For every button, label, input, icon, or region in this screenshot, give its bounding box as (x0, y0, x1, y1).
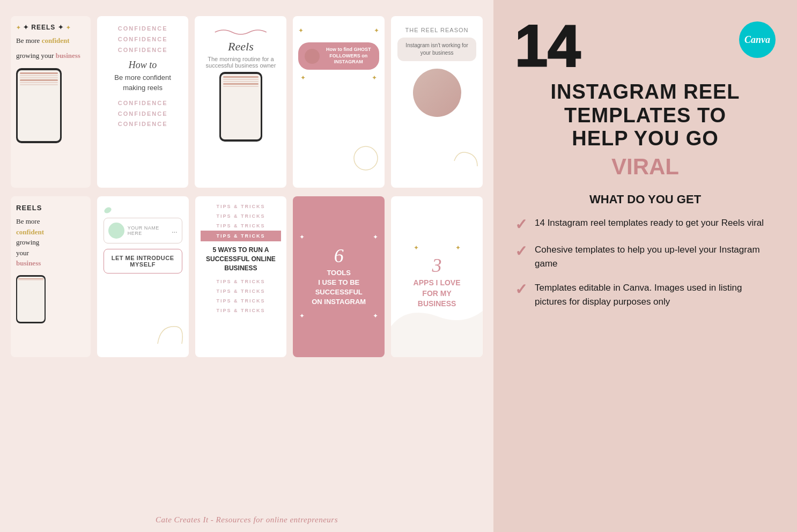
checkmark-1: ✓ (515, 217, 527, 232)
reels-text: ✦ REELS ✦ (23, 24, 64, 31)
sparkle-right: ✦ (66, 25, 71, 31)
introduce-logo-area: YOUR NAME HERE ... (104, 218, 182, 243)
phone-line-3 (20, 77, 58, 78)
what-do-you-get: WHAT DO YOU GET (589, 193, 701, 206)
morning-routine-text: The morning routine for a successful bus… (201, 56, 280, 69)
reels-script: Reels (228, 40, 254, 54)
sparkle-tools-4: ✦ (373, 312, 378, 320)
sparkle-bottom-left: ✦ (300, 74, 306, 82)
bubble-text: How to find GHOST FOLLOWERS on INSTAGRAM (324, 47, 373, 65)
footer-text: Cate Creates It - Resources for online e… (0, 515, 493, 524)
card-reels-business: REELS Be more confident growing your bus… (11, 196, 91, 357)
introduce-top-row (104, 205, 182, 215)
phone-screen-1 (18, 70, 60, 141)
phone-line-r2-5 (223, 86, 259, 87)
tips-bottom-4: TIPS & TRICKS (201, 306, 282, 315)
tips-bottom-1: TIPS & TRICKS (201, 277, 282, 286)
phone-line-4 (20, 79, 58, 81)
feature-item-1: ✓ 14 Instagram reel templates ready to g… (515, 216, 776, 232)
phone-line-r2-2 (223, 79, 259, 80)
card-reel-reason: THE REEL REASON Instagram isn't working … (391, 16, 483, 188)
phone-mockup-3 (16, 275, 46, 323)
circle-deco-card4 (352, 145, 379, 172)
confident-text-2: growing your business (16, 50, 85, 61)
speech-bubble: Instagram isn't working for your busines… (397, 38, 476, 61)
sparkle-bottom-right: ✦ (372, 74, 377, 82)
logo-circle (108, 223, 124, 239)
reel-reason-title: THE REEL REASON (405, 27, 469, 33)
tips-highlight: TIPS & TRICKS (201, 231, 282, 241)
phone-line-1 (20, 72, 58, 74)
confident-text-row2: Be more confident growing your business (16, 216, 85, 269)
tools-sparkles-top: ✦ ✦ (299, 233, 378, 241)
sparkle-tools-2: ✦ (373, 233, 378, 241)
apps-content: ✦ ✦ 3 APPS I LOVE FOR MY BUSINESS (414, 244, 461, 309)
phone-line-r2-3 (223, 81, 259, 82)
leaf-icon (104, 206, 112, 215)
canva-badge: Canva (739, 21, 776, 58)
big-number: 14 (515, 16, 580, 75)
phone-line-2 (20, 75, 58, 76)
confident-text-1: Be more confident (16, 35, 85, 46)
card-reels-morning: Reels The morning routine for a successf… (195, 16, 286, 188)
card-tips-tricks: TIPS & TRICKS TIPS & TRICKS TIPS & TRICK… (195, 196, 287, 357)
six-number: 6 (334, 245, 344, 267)
checkmark-3: ✓ (515, 282, 527, 297)
tools-card-text: TOOLS I USE TO BE SUCCESSFUL ON INSTAGRA… (312, 268, 366, 307)
card-ghost-followers: ✦ ✦ How to find GHOST FOLLOWERS on INSTA… (293, 16, 385, 188)
phone-line-r2-4 (223, 83, 259, 85)
confidence-bottom: CONFIDENCECONFIDENCECONFIDENCE (118, 98, 168, 130)
card-introduce: YOUR NAME HERE ... LET ME INTRODUCE MYSE… (97, 196, 189, 357)
tools-sparkles-bottom: ✦ ✦ (299, 312, 378, 320)
phone-line-5 (20, 82, 58, 83)
sparkle-tools-3: ✦ (299, 312, 305, 320)
dots-menu: ... (172, 226, 178, 235)
tips-bottom-2: TIPS & TRICKS (201, 286, 282, 296)
apps-sparkles-top: ✦ ✦ (414, 244, 461, 252)
feature-item-2: ✓ Cohesive templates to help you up-leve… (515, 243, 776, 270)
how-to-text: How to (129, 60, 157, 71)
sparkle-apps-1: ✦ (414, 244, 419, 252)
feature-text-2: Cohesive templates to help you up-level … (535, 243, 776, 270)
sparkle-apps-2: ✦ (455, 244, 461, 252)
tips-top-3: TIPS & TRICKS (201, 221, 282, 231)
phone-mockup-1 (16, 68, 62, 143)
apps-card-text: APPS I LOVE FOR MY BUSINESS (414, 278, 461, 309)
features-list: ✓ 14 Instagram reel templates ready to g… (515, 216, 776, 308)
canva-badge-text: Canva (744, 34, 770, 46)
sparkle-top-left: ✦ (298, 27, 304, 35)
wave-deco-1 (209, 28, 272, 36)
grid-row-2: REELS Be more confident growing your bus… (11, 196, 483, 357)
your-name-text: YOUR NAME HERE (128, 225, 168, 236)
viral-text: VIRAL (611, 154, 679, 180)
three-number: 3 (432, 254, 442, 277)
svg-point-1 (104, 206, 112, 215)
tips-top-1: TIPS & TRICKS (201, 202, 282, 211)
feature-text-1: 14 Instagram reel templates ready to get… (535, 216, 764, 230)
sparkle-top-right: ✦ (374, 27, 379, 35)
feature-text-3: Templates editable in Canva. Images used… (535, 281, 776, 308)
feature-item-3: ✓ Templates editable in Canva. Images us… (515, 281, 776, 308)
tips-top-2: TIPS & TRICKS (201, 211, 282, 221)
ways-run-business: 5 WAYS TO RUN A SUCCESSFUL ONLINE BUSINE… (201, 241, 282, 277)
circle-deco-card5 (452, 150, 478, 182)
sparkle-left: ✦ (16, 25, 21, 31)
main-title: INSTAGRAM REEL TEMPLATES TO HELP YOU GO (550, 80, 740, 151)
number-canva-row: 14 Canva (515, 16, 776, 75)
bubble-avatar (305, 49, 320, 64)
confidence-top: CONFIDENCECONFIDENCECONFIDENCE (118, 24, 168, 55)
phone-line-r2-1 (223, 76, 259, 78)
card-apps: ✦ ✦ 3 APPS I LOVE FOR MY BUSINESS (391, 196, 483, 357)
reels-label-2: REELS (16, 204, 85, 212)
pink-bubble: How to find GHOST FOLLOWERS on INSTAGRAM (298, 42, 379, 70)
checkmark-2: ✓ (515, 244, 527, 259)
person-placeholder (413, 69, 461, 117)
be-more-confident: Be more confident making reels (102, 73, 183, 92)
reels-label: ✦ ✦ REELS ✦ ✦ (16, 24, 85, 31)
sparkle-tools-1: ✦ (299, 233, 305, 241)
phone-mockup-2 (219, 72, 262, 142)
card-confidence: CONFIDENCECONFIDENCECONFIDENCE How to Be… (97, 16, 189, 188)
right-panel: 14 Canva INSTAGRAM REEL TEMPLATES TO HEL… (493, 0, 797, 532)
left-panel: ✦ ✦ REELS ✦ ✦ Be more confident growing … (0, 0, 493, 532)
phone-screen-2 (221, 74, 261, 139)
